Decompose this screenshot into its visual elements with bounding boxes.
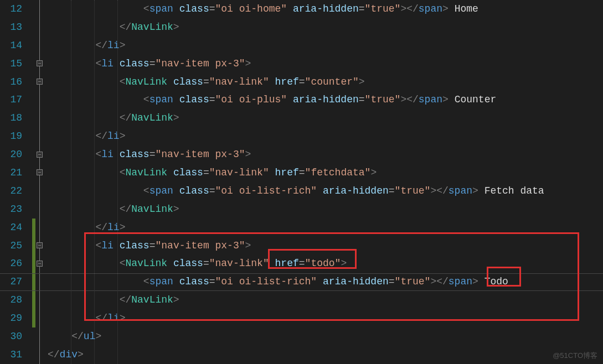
line-number: 30 [6,327,22,346]
line-number: 15 [6,55,22,73]
code-area[interactable]: <span class="oi oi-home" aria-hidden="tr… [48,0,603,364]
fold-toggle-icon[interactable] [37,79,43,85]
code-line[interactable]: </NavLink> [48,291,603,309]
code-line[interactable]: </li> [48,127,603,145]
line-number: 27 [6,273,22,291]
code-line[interactable]: <NavLink class="nav-link" href="counter"… [48,73,603,91]
code-line[interactable]: <li class="nav-item px-3"> [48,55,603,73]
line-number: 17 [6,91,22,109]
line-number: 16 [6,73,22,91]
line-number: 21 [6,164,22,182]
code-line[interactable]: <li class="nav-item px-3"> [48,237,603,255]
line-number: 12 [6,0,22,18]
code-line[interactable]: <span class="oi oi-list-rich" aria-hidde… [48,182,603,200]
line-number: 28 [6,291,22,309]
code-line[interactable]: <span class="oi oi-home" aria-hidden="tr… [48,0,603,18]
line-number: 26 [6,254,22,273]
fold-toggle-icon[interactable] [37,60,43,66]
line-number-gutter: 12 13 14 15 16 17 18 19 20 21 22 23 24 2… [0,0,32,364]
line-number: 24 [6,219,22,237]
line-number: 25 [6,237,22,255]
code-line[interactable]: <span class="oi oi-list-rich" aria-hidde… [48,273,603,291]
code-line[interactable]: </li> [48,37,603,55]
line-number: 29 [6,309,22,327]
line-number: 20 [6,145,22,164]
code-editor[interactable]: 12 13 14 15 16 17 18 19 20 21 22 23 24 2… [0,0,603,364]
line-number: 22 [6,182,22,200]
fold-guide [39,0,40,364]
code-line[interactable]: </li> [48,309,603,327]
line-number: 19 [6,127,22,145]
code-line[interactable]: </ul> [48,327,603,346]
fold-toggle-icon[interactable] [37,169,43,175]
line-number: 31 [6,346,22,364]
fold-column [35,0,48,364]
line-number: 14 [6,37,22,55]
code-line[interactable]: <span class="oi oi-plus" aria-hidden="tr… [48,91,603,109]
watermark-text: @51CTO博客 [553,351,597,361]
code-line[interactable]: <NavLink class="nav-link" href="fetchdat… [48,164,603,182]
line-number: 18 [6,109,22,127]
line-number: 13 [6,18,22,37]
code-line[interactable]: <NavLink class="nav-link" href="todo"> [48,254,603,273]
fold-toggle-icon[interactable] [37,152,43,158]
code-line[interactable]: </div> [48,346,603,364]
code-line[interactable]: </li> [48,219,603,237]
code-line[interactable]: </NavLink> [48,200,603,219]
line-number: 23 [6,200,22,219]
code-line[interactable]: <li class="nav-item px-3"> [48,145,603,164]
code-line[interactable]: </NavLink> [48,18,603,37]
fold-toggle-icon[interactable] [37,242,43,248]
code-line[interactable]: </NavLink> [48,109,603,127]
fold-toggle-icon[interactable] [37,261,43,267]
